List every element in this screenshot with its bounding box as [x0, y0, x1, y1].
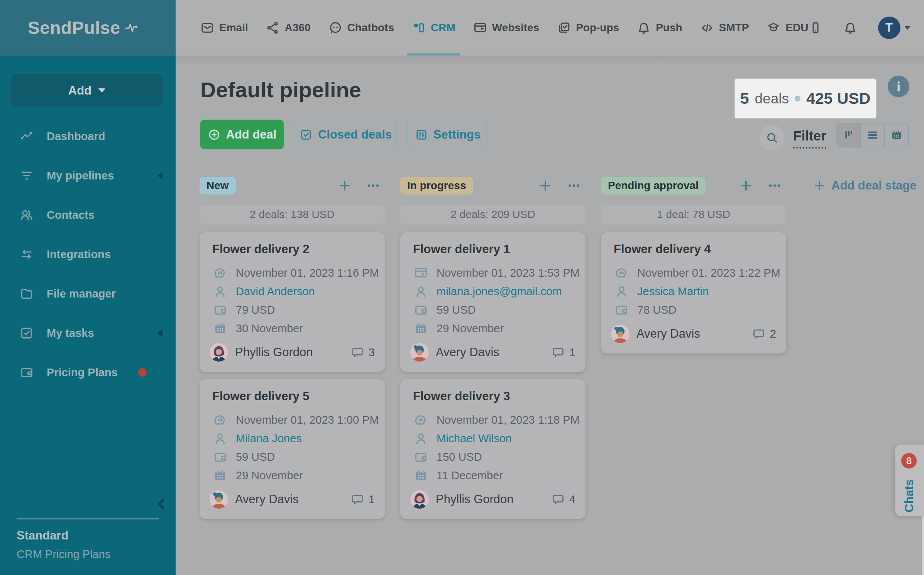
deal-row-value: 29 November — [437, 322, 504, 335]
deal-row: Michael Wilson — [414, 431, 512, 446]
calendar-icon — [213, 468, 227, 483]
deal-contact-link[interactable]: David Anderson — [236, 285, 315, 298]
filter-button[interactable]: Filter — [793, 128, 826, 149]
deal-card-flower-delivery-3[interactable]: Flower delivery 3November 01, 2023 1:18 … — [400, 379, 586, 519]
deal-row: 29 November — [213, 468, 303, 483]
add-deal-to-stage-icon[interactable] — [538, 179, 552, 193]
chats-tab[interactable]: 8 Chats — [895, 445, 924, 516]
wallet-icon — [414, 303, 428, 317]
code-icon — [700, 21, 714, 35]
pipeline-column-in-progress: In progress2 deals: 209 USDFlower delive… — [400, 177, 586, 519]
owner-name: Avery Davis — [235, 492, 299, 506]
comments-counter[interactable]: 3 — [351, 346, 375, 359]
deal-row: milana.jones@gmail.com — [414, 284, 562, 299]
nav-item-label: A360 — [285, 22, 311, 34]
nav-item-email[interactable]: Email — [200, 0, 248, 56]
owner-name: Avery Davis — [436, 345, 499, 359]
nav-item-a360[interactable]: A360 — [266, 0, 311, 56]
comments-count: 3 — [369, 346, 375, 359]
list-view-button[interactable] — [861, 123, 885, 147]
calendar-icon — [213, 321, 227, 336]
search-button[interactable] — [759, 125, 785, 151]
mobile-app-icon[interactable] — [809, 21, 822, 35]
avatar[interactable]: T — [878, 17, 900, 39]
add-deal-to-stage-icon[interactable] — [739, 179, 753, 193]
sidebar-item-label: Dashboard — [47, 130, 105, 143]
check-square-icon — [19, 326, 34, 340]
dashboard-icon — [19, 129, 34, 144]
comments-counter[interactable]: 1 — [552, 346, 575, 359]
calendar-view-icon — [890, 129, 903, 141]
column-menu-icon[interactable] — [567, 179, 581, 193]
contact-icon — [213, 431, 227, 446]
deal-row: November 01, 2023 1:22 PM — [614, 265, 780, 281]
account-menu[interactable]: T — [878, 17, 910, 39]
deal-row: 59 USD — [414, 302, 476, 318]
add-deal-button[interactable]: Add deal — [200, 120, 284, 149]
notifications-bell-icon[interactable] — [843, 21, 857, 35]
deal-contact-link[interactable]: Michael Wilson — [437, 432, 512, 445]
comments-counter[interactable]: 2 — [752, 327, 776, 340]
add-button[interactable]: Add — [10, 74, 163, 107]
column-menu-icon[interactable] — [768, 179, 782, 193]
sidebar-item-pricing-plans[interactable]: Pricing Plans — [0, 353, 176, 392]
deals-amount: 425 USD — [806, 90, 870, 108]
deal-created-icon — [414, 413, 428, 427]
sidebar-item-label: File manager — [47, 288, 116, 300]
sidebar-item-contacts[interactable]: Contacts — [0, 195, 176, 235]
deals-summary-highlight: 5 deals 425 USD — [735, 79, 876, 118]
settings-button[interactable]: Settings — [407, 120, 488, 149]
column-header: In progress — [400, 177, 586, 194]
deal-row-value: November 01, 2023 1:22 PM — [637, 267, 780, 279]
pipeline-column-pending-approval: Pending approval1 deal: 78 USDFlower del… — [601, 177, 786, 353]
add-deal-label: Add deal — [226, 128, 277, 142]
chatbot-icon — [328, 21, 342, 35]
info-icon[interactable]: i — [888, 76, 909, 97]
nav-item-push[interactable]: Push — [637, 0, 682, 56]
deal-contact-link[interactable]: Milana Jones — [236, 432, 302, 445]
column-menu-icon[interactable] — [366, 179, 380, 193]
deal-card-flower-delivery-2[interactable]: Flower delivery 2November 01, 2023 1:16 … — [200, 232, 385, 372]
nav-item-crm[interactable]: CRM — [412, 0, 455, 56]
calendar-view-button[interactable] — [885, 123, 908, 147]
owner-avatar — [210, 490, 228, 509]
nav-item-label: Pop-ups — [576, 22, 619, 34]
wallet-icon — [614, 303, 629, 317]
sidebar-item-integrations[interactable]: Integrations — [0, 235, 176, 274]
deal-card-flower-delivery-4[interactable]: Flower delivery 4November 01, 2023 1:22 … — [601, 232, 786, 353]
deal-contact-link[interactable]: milana.jones@gmail.com — [437, 285, 562, 298]
owner-avatar — [410, 343, 429, 362]
stage-badge[interactable]: In progress — [400, 177, 473, 194]
deal-row: November 01, 2023 1:53 PM — [414, 265, 580, 281]
nav-item-chatbots[interactable]: Chatbots — [328, 0, 394, 56]
sliders-icon — [415, 128, 428, 141]
add-deal-to-stage-icon[interactable] — [338, 179, 352, 193]
nav-item-smtp[interactable]: SMTP — [700, 0, 749, 56]
stage-badge[interactable]: Pending approval — [601, 177, 706, 194]
deal-contact-link[interactable]: Jessica Martin — [637, 285, 709, 298]
deal-row-value: 30 November — [236, 322, 303, 335]
deal-card-flower-delivery-1[interactable]: Flower delivery 1November 01, 2023 1:53 … — [400, 232, 586, 372]
sidebar-collapse-icon[interactable] — [154, 496, 169, 512]
sidebar-item-dashboard[interactable]: Dashboard — [0, 117, 176, 156]
deal-title: Flower delivery 3 — [413, 389, 510, 403]
nav-item-edu[interactable]: EDU — [767, 0, 808, 56]
kanban-view-button[interactable] — [837, 123, 861, 147]
comments-counter[interactable]: 4 — [552, 493, 575, 506]
column-header: Pending approval — [601, 177, 786, 194]
sidebar-item-my-tasks[interactable]: My tasks — [0, 313, 176, 353]
sidebar-item-my-pipelines[interactable]: My pipelines — [0, 156, 176, 195]
nav-item-pop-ups[interactable]: Pop-ups — [557, 0, 619, 56]
closed-deals-button[interactable]: Closed deals — [294, 120, 397, 149]
owner-avatar — [611, 325, 630, 343]
deal-card-flower-delivery-5[interactable]: Flower delivery 5November 01, 2023 1:00 … — [200, 379, 385, 519]
nav-item-label: Email — [219, 22, 248, 34]
contact-icon — [213, 284, 227, 299]
comments-counter[interactable]: 1 — [351, 493, 375, 506]
nav-item-websites[interactable]: Websites — [473, 0, 539, 56]
stage-badge[interactable]: New — [200, 177, 236, 194]
plan-description[interactable]: CRM Pricing Plans — [17, 548, 110, 561]
crm-icon — [412, 21, 426, 35]
sidebar-item-file-manager[interactable]: File manager — [0, 274, 176, 313]
add-deal-stage-button[interactable]: Add deal stage — [813, 177, 917, 194]
